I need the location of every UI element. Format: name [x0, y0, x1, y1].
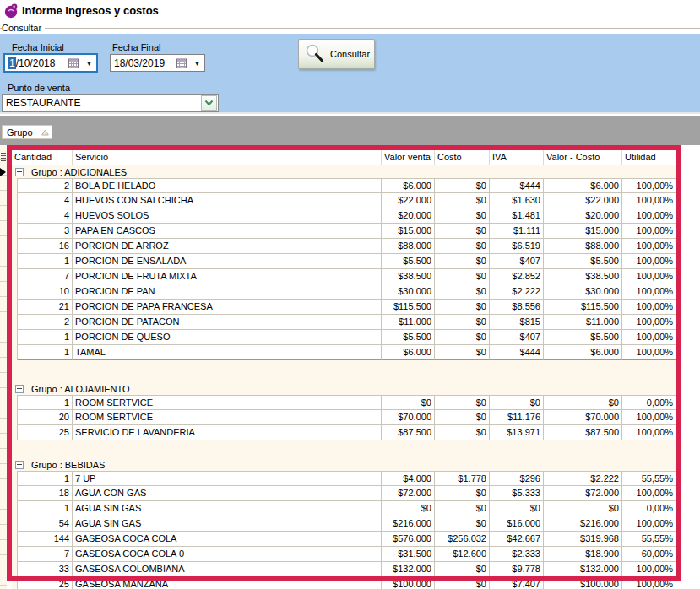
calendar-icon[interactable] [176, 58, 187, 68]
column-header-cantidad[interactable]: Cantidad [12, 150, 73, 165]
column-header-costo[interactable]: Costo [435, 150, 490, 165]
cell-costo: $0 [435, 486, 490, 501]
cell-utilidad: 0,00% [622, 395, 676, 410]
cell-iva: $7.407 [490, 577, 544, 589]
cell-servicio: AGUA SIN GAS [73, 516, 382, 532]
table-row[interactable]: 1TAMAL$6.000$0$444$6.000100,00% [12, 345, 676, 360]
row-indent [12, 562, 18, 577]
minus-box-icon[interactable] [15, 168, 24, 176]
chevron-down-icon[interactable]: ▼ [86, 60, 92, 66]
cell-servicio: PORCION DE PAPA FRANCESA [73, 300, 382, 315]
table-row[interactable]: 25SERVICIO DE LAVANDERIA$87.500$0$13.971… [12, 425, 676, 440]
table-row[interactable]: 16PORCION DE ARROZ$88.000$0$6.519$88.000… [12, 239, 676, 254]
minus-box-icon[interactable] [15, 385, 24, 393]
cell-iva: $1.630 [490, 193, 544, 208]
cell-utilidad: 100,00% [622, 345, 676, 360]
cell-utilidad: 100,00% [622, 562, 676, 577]
cell-valor-costo: $319.968 [544, 532, 622, 547]
table-row[interactable]: 4HUEVOS SOLOS$20.000$0$1.481$20.000100,0… [12, 208, 676, 224]
cell-valor-costo: $11.000 [544, 315, 622, 330]
column-header-servicio[interactable]: Servicio [73, 150, 382, 165]
cell-valor-venta: $20.000 [382, 208, 435, 224]
column-header-utilidad[interactable]: Utilidad [622, 150, 676, 165]
cell-valor-costo: $22.000 [544, 193, 622, 208]
table-row[interactable]: 21PORCION DE PAPA FRANCESA$115.500$0$8.5… [12, 300, 676, 315]
row-indent [12, 471, 18, 486]
table-row[interactable]: 7GASEOSA COCA COLA 0$31.500$12.600$2.333… [12, 547, 676, 562]
consultar-button[interactable]: Consultar [298, 39, 375, 69]
table-row[interactable]: 25GASEOSA MANZANA$100.000$0$7.407$100.00… [12, 577, 676, 589]
table-row[interactable]: 3PAPA EN CASCOS$15.000$0$1.111$15.000100… [12, 224, 676, 239]
table-row[interactable]: 2BOLA DE HELADO$6.000$0$444$6.000100,00% [12, 178, 676, 193]
table-row[interactable]: 17 UP$4.000$1.778$296$2.22255,55% [12, 471, 676, 486]
cell-valor-costo: $100.000 [544, 577, 622, 589]
minus-box-icon[interactable] [15, 461, 24, 469]
group-row[interactable]: Grupo : ADICIONALES [12, 165, 676, 178]
group-label: Grupo : ADICIONALES [31, 167, 127, 177]
fecha-final-input[interactable]: 18/03/2019 ▼ [110, 54, 205, 72]
grupo-button-label: Grupo [7, 127, 33, 138]
cell-servicio: PORCION DE PAN [73, 284, 382, 300]
cell-iva: $407 [490, 330, 544, 345]
cell-costo: $256.032 [435, 532, 490, 547]
table-row[interactable]: 4HUEVOS CON SALCHICHA$22.000$0$1.630$22.… [12, 193, 676, 208]
cell-servicio: PORCION DE ENSALADA [73, 254, 382, 269]
cell-servicio: TAMAL [73, 345, 382, 360]
cell-costo: $0 [435, 395, 490, 410]
cell-costo: $0 [435, 345, 490, 360]
cell-servicio: AGUA SIN GAS [73, 501, 382, 516]
cell-valor-venta: $22.000 [382, 193, 435, 208]
cell-utilidad: 100,00% [622, 284, 676, 300]
cell-valor-costo: $88.000 [544, 239, 622, 254]
fecha-inicial-input[interactable]: 1/10/2018 ▼ [3, 53, 98, 73]
group-gap [12, 440, 676, 458]
row-indent [12, 254, 18, 269]
chevron-down-icon [204, 100, 214, 106]
combo-dropdown-button[interactable] [201, 95, 217, 111]
cell-iva: $815 [490, 315, 544, 330]
cell-valor-costo: $6.000 [544, 345, 622, 360]
table-row[interactable]: 1PORCION DE QUESO$5.500$0$407$5.500100,0… [12, 330, 676, 345]
cell-valor-venta: $88.000 [382, 239, 435, 254]
column-header-valor-costo[interactable]: Valor - Costo [544, 150, 622, 165]
row-indent [12, 532, 18, 547]
table-row[interactable]: 1PORCION DE ENSALADA$5.500$0$407$5.50010… [12, 254, 676, 269]
group-row[interactable]: Grupo : BEBIDAS [12, 458, 676, 471]
cell-iva: $1.111 [490, 224, 544, 239]
chevron-down-icon[interactable]: ▼ [194, 60, 200, 66]
cell-costo: $0 [435, 178, 490, 193]
table-row[interactable]: 10PORCION DE PAN$30.000$0$2.222$30.00010… [12, 284, 676, 300]
table-row[interactable]: 54AGUA SIN GAS$216.000$0$16.000$216.0001… [12, 516, 676, 532]
table-row[interactable]: 1AGUA SIN GAS$0$0$0$00,00% [12, 501, 676, 516]
cell-cantidad: 2 [18, 315, 73, 330]
cell-cantidad: 20 [18, 410, 73, 425]
cell-iva: $9.778 [490, 562, 544, 577]
cell-iva: $5.333 [490, 486, 544, 501]
cell-servicio: HUEVOS SOLOS [73, 208, 382, 224]
calendar-icon[interactable] [68, 58, 79, 68]
cell-cantidad: 1 [18, 345, 73, 360]
table-row[interactable]: 33GASEOSA COLOMBIANA$132.000$0$9.778$132… [12, 562, 676, 577]
column-header-valor-venta[interactable]: Valor venta [382, 150, 435, 165]
table-row[interactable]: 18AGUA CON GAS$72.000$0$5.333$72.000100,… [12, 486, 676, 501]
cell-valor-costo: $30.000 [544, 284, 622, 300]
cell-valor-venta: $4.000 [382, 471, 435, 486]
cell-utilidad: 100,00% [622, 300, 676, 315]
table-row[interactable]: 20ROOM SERTVICE$70.000$0$11.176$70.00010… [12, 410, 676, 425]
group-gap [12, 360, 676, 382]
column-header-iva[interactable]: IVA [490, 150, 544, 165]
table-row[interactable]: 7PORCION DE FRUTA MIXTA$38.500$0$2.852$3… [12, 269, 676, 284]
table-row[interactable]: 1ROOM SERTVICE$0$0$0$00,00% [12, 395, 676, 410]
grupo-column-button[interactable]: Grupo [2, 125, 52, 139]
row-indent [12, 269, 18, 284]
cell-iva: $296 [490, 471, 544, 486]
grid-header-row: Cantidad Servicio Valor venta Costo IVA … [12, 150, 676, 165]
group-by-band [0, 116, 700, 145]
table-row[interactable]: 144GASEOSA COCA COLA$576.000$256.032$42.… [12, 532, 676, 547]
cell-utilidad: 100,00% [622, 208, 676, 224]
cell-costo: $0 [435, 562, 490, 577]
table-row[interactable]: 2PORCION DE PATACON$11.000$0$815$11.0001… [12, 315, 676, 330]
group-row[interactable]: Grupo : ALOJAMIENTO [12, 382, 676, 395]
punto-de-venta-select[interactable]: RESTAURANTE [2, 94, 219, 112]
cell-valor-costo: $18.900 [544, 547, 622, 562]
